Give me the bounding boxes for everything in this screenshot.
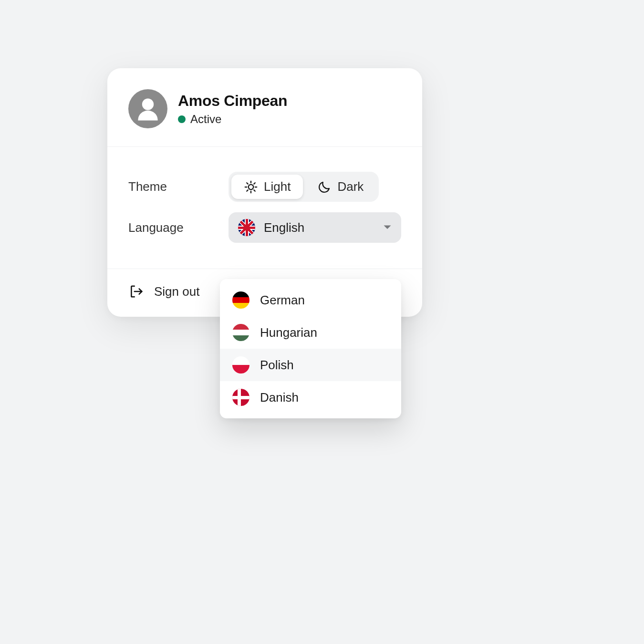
- language-row: Language English: [128, 212, 401, 243]
- language-option-hungarian[interactable]: Hungarian: [220, 316, 401, 349]
- language-dropdown: German Hungarian Polish Danish: [220, 279, 401, 418]
- language-option-label: German: [260, 293, 389, 308]
- theme-option-light-label: Light: [264, 179, 291, 194]
- flag-de-icon: [232, 291, 249, 309]
- theme-row: Theme: [128, 172, 401, 202]
- user-icon: [134, 94, 162, 123]
- user-name: Amos Cimpean: [178, 92, 287, 110]
- language-option-label: Hungarian: [260, 325, 389, 340]
- user-status: Active: [178, 113, 287, 126]
- status-label: Active: [190, 113, 221, 126]
- status-dot-icon: [178, 115, 186, 123]
- avatar[interactable]: [128, 89, 167, 128]
- profile-text: Amos Cimpean Active: [178, 92, 287, 126]
- theme-option-light[interactable]: Light: [231, 175, 303, 199]
- svg-line-7: [254, 190, 255, 191]
- language-selected-label: English: [264, 220, 383, 235]
- language-select[interactable]: English: [229, 212, 401, 243]
- theme-segmented-control: Light Dark: [229, 172, 379, 202]
- flag-hu-icon: [232, 324, 249, 341]
- svg-point-0: [142, 98, 154, 110]
- theme-label: Theme: [128, 179, 229, 194]
- profile-section: Amos Cimpean Active: [107, 68, 422, 147]
- caret-down-icon: [383, 223, 392, 232]
- svg-line-8: [254, 183, 255, 184]
- language-option-label: Polish: [260, 358, 389, 373]
- theme-option-dark-label: Dark: [337, 179, 364, 194]
- moon-icon: [317, 180, 332, 194]
- language-option-danish[interactable]: Danish: [220, 381, 401, 414]
- svg-line-6: [247, 183, 248, 184]
- theme-option-dark[interactable]: Dark: [305, 175, 376, 199]
- svg-point-1: [249, 184, 254, 189]
- flag-uk-icon: [238, 219, 255, 236]
- language-option-polish[interactable]: Polish: [220, 349, 401, 381]
- settings-section: Theme: [107, 147, 422, 269]
- sign-out-label: Sign out: [154, 284, 199, 299]
- flag-dk-icon: [232, 389, 249, 406]
- language-option-label: Danish: [260, 390, 389, 405]
- sign-out-icon: [128, 283, 145, 300]
- svg-line-9: [247, 190, 248, 191]
- language-label: Language: [128, 220, 229, 235]
- flag-pl-icon: [232, 356, 249, 374]
- sun-icon: [244, 180, 258, 194]
- language-option-german[interactable]: German: [220, 284, 401, 316]
